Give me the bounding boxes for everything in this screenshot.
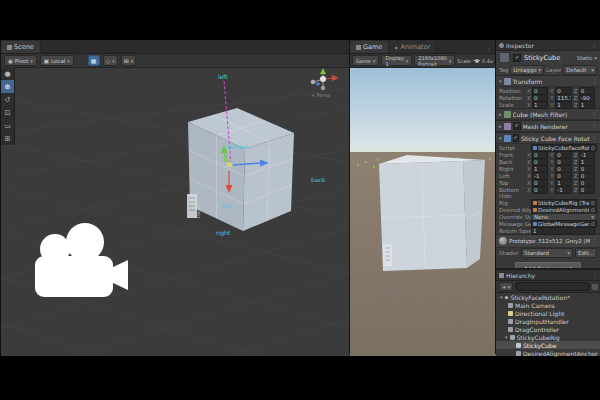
local-dropdown[interactable]: ▣ Local ▾ <box>40 55 74 66</box>
display-dropdown[interactable]: Display 1 ▾ <box>381 55 412 66</box>
edit-shader-button[interactable]: Edit... <box>575 248 597 258</box>
hierarchy-item-directional-light[interactable]: Directional Light <box>496 309 600 317</box>
gameobject-icon <box>508 319 513 324</box>
rect-tool-button[interactable]: ▭ <box>1 119 14 132</box>
scale-label: Scale <box>457 58 470 64</box>
component-menu-icon[interactable]: ⋮ <box>592 78 598 84</box>
foldout-icon[interactable]: ▾ <box>499 78 502 84</box>
object-picker-icon[interactable]: ⊙ <box>590 221 595 227</box>
scene-viewport[interactable]: left bottom left moved back top right De… <box>1 68 350 356</box>
rotate-tool-button[interactable]: ↺ <box>1 93 14 106</box>
component-menu-icon[interactable]: ⋮ <box>592 111 598 117</box>
gizmo-center-handle[interactable] <box>227 162 232 167</box>
foldout-icon[interactable]: ▾ <box>505 334 508 340</box>
material-header[interactable]: Prototype_512x512_Grey2 (Mate ⋮ <box>496 234 600 248</box>
active-checkbox[interactable]: ✓ <box>513 54 521 62</box>
bottom-y-field[interactable]: -1 <box>555 186 571 194</box>
view-tool-button[interactable]: ● <box>1 67 14 80</box>
panel-menu-icon[interactable]: ⋮ <box>593 272 599 278</box>
hierarchy-scene-root[interactable]: ▾ ◆ StickyFaceRotation* <box>496 293 600 301</box>
tag-dropdown[interactable]: Untagged ▾ <box>510 65 544 75</box>
create-object-button[interactable]: + ▾ <box>499 282 513 291</box>
component-menu-icon[interactable]: ⋮ <box>592 238 598 244</box>
tag-label: Tag <box>499 67 508 73</box>
gizmo-toggle-button[interactable]: ◇ ▾ <box>103 55 118 66</box>
mesh-renderer-icon <box>504 123 511 130</box>
hierarchy-item-stickycube[interactable]: StickyCube <box>496 341 600 349</box>
scale-slider-handle[interactable] <box>475 59 479 63</box>
mesh-renderer-header[interactable]: ▸ ✓ Mesh Renderer ⋮ <box>496 120 600 132</box>
rotate-tool-icon: ↺ <box>5 96 11 104</box>
tab-animator[interactable]: ▶ Animator <box>389 41 437 53</box>
foldout-icon[interactable]: ▸ <box>499 123 502 129</box>
axis-z-cone[interactable] <box>316 82 320 86</box>
scale-y-field[interactable]: 1 <box>555 101 571 109</box>
hierarchy-search-input[interactable] <box>515 282 590 291</box>
object-picker-icon[interactable]: ⊙ <box>590 207 595 213</box>
hierarchy-item-desiredalignmentanchor[interactable]: DesiredAlignmentAnchor <box>496 349 600 357</box>
scale-x-field[interactable]: 1 <box>532 101 548 109</box>
layer-label: Layer <box>546 67 561 73</box>
inspector-tab[interactable]: Inspector ⋮ <box>496 40 600 51</box>
scale-tool-button[interactable]: ⊡ <box>1 106 14 119</box>
component-menu-icon[interactable]: ⋮ <box>592 135 598 141</box>
layer-dropdown[interactable]: Default ▾ <box>563 65 597 75</box>
component-menu-icon[interactable]: ⋮ <box>592 123 598 129</box>
mesh-filter-header[interactable]: ▸ Cube (Mesh Filter) ⋮ <box>496 108 600 120</box>
scale-slider[interactable] <box>473 60 480 61</box>
script-object-value: StickyCubeFaceRotatio <box>538 145 589 151</box>
hierarchy-item-stickycuberig[interactable]: ▾ StickyCubeRig <box>496 333 600 341</box>
static-dropdown[interactable]: Static ▾ <box>577 55 597 61</box>
resolution-dropdown[interactable]: 2160x1080 Portrait ▾ <box>414 55 455 66</box>
pivot-dropdown[interactable]: ◉ Pivot ▾ <box>4 55 37 66</box>
view-options-button[interactable]: ⊞ ▾ <box>121 55 137 66</box>
tab-menu-icon[interactable]: ⋮ <box>483 46 495 53</box>
hierarchy-item-main-camera[interactable]: Main Camera <box>496 301 600 309</box>
status-label-left-moved: left moved <box>255 142 282 148</box>
light-icon <box>508 311 513 316</box>
tab-animator-label: Animator <box>400 43 430 51</box>
foldout-icon[interactable]: ▾ <box>499 135 502 141</box>
move-tool-button[interactable]: ⊕ <box>1 80 14 93</box>
foldout-icon[interactable]: ▸ <box>499 111 502 117</box>
item-label: DragController <box>515 326 559 333</box>
axis-z-label: Z <box>574 166 579 172</box>
bottom-z-field[interactable]: 0 <box>579 186 595 194</box>
object-picker-icon[interactable]: ⊙ <box>590 145 595 151</box>
hierarchy-item-draginputhandler[interactable]: DragInputHandler <box>496 317 600 325</box>
hierarchy-tab[interactable]: Hierarchy ⋮ <box>496 270 600 281</box>
bottom-x-field[interactable]: 0 <box>532 186 548 194</box>
game-mode-dropdown[interactable]: Game ▾ <box>352 55 379 66</box>
gameobject-icon <box>499 52 510 63</box>
grid-toggle-button[interactable]: ▦ <box>88 55 100 66</box>
tab-game[interactable]: Game <box>350 41 389 53</box>
panel-menu-icon[interactable]: ⋮ <box>592 42 598 48</box>
pivot-icon: ◉ <box>8 58 13 64</box>
desired-alignment-label: Desired Alignment... <box>499 207 531 213</box>
position-row: Position X0 Y0 Z0 <box>496 87 600 94</box>
grid-icon: ▦ <box>91 57 97 64</box>
chevron-down-icon: ▾ <box>30 58 33 64</box>
transform-tool-button[interactable]: ⊞ <box>1 132 14 145</box>
component-checkbox[interactable]: ✓ <box>513 134 519 142</box>
gameobject-name[interactable]: StickyCube <box>524 54 560 62</box>
hierarchy-item-dragcontroller[interactable]: DragController <box>496 325 600 333</box>
transform-component-header[interactable]: ▾ Transform ⋮ <box>496 75 600 87</box>
component-checkbox[interactable]: ✓ <box>513 122 521 130</box>
object-picker-icon[interactable]: ⊙ <box>590 200 595 206</box>
foldout-icon[interactable]: ▾ <box>500 294 503 300</box>
script-component-header[interactable]: ▾ ✓ Sticky Cube Face Rotation (Scri ⋮ <box>496 132 600 144</box>
chevron-down-icon: ▾ <box>67 58 70 64</box>
game-cube <box>379 155 485 271</box>
return-speed-field[interactable]: 1 <box>531 227 595 235</box>
game-tab-icon <box>356 45 361 50</box>
tab-scene[interactable]: Scene <box>1 41 41 53</box>
edit-shader-label: Edit... <box>578 250 594 256</box>
perspective-label[interactable]: < Persp <box>311 92 331 99</box>
material-title: Prototype_512x512_Grey2 (Mate <box>509 238 590 244</box>
shader-dropdown[interactable]: Standard ▾ <box>521 248 573 258</box>
game-viewport[interactable] <box>350 68 496 356</box>
scale-z-field[interactable]: 1 <box>579 101 595 109</box>
rect-tool-icon: ▭ <box>4 122 11 130</box>
move-tool-icon: ⊕ <box>5 83 11 91</box>
